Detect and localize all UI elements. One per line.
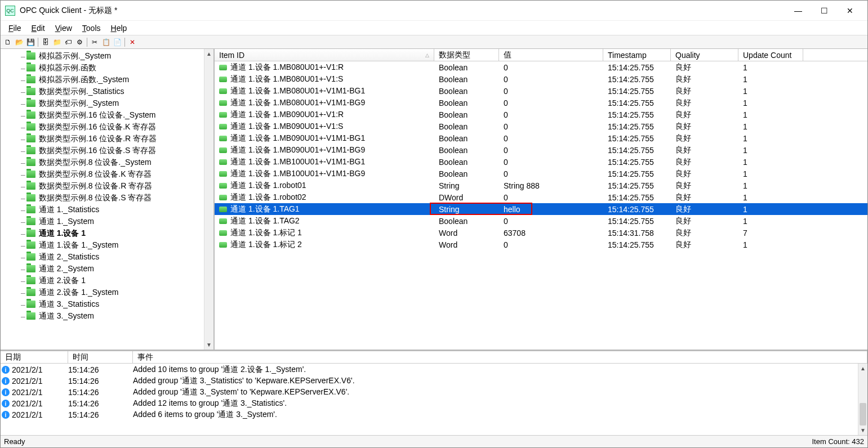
log-row[interactable]: i2021/2/115:14:26Added 10 items to group… xyxy=(1,364,858,375)
tree-item[interactable]: –模拟器示例.函数 xyxy=(4,62,204,74)
folder-icon xyxy=(26,76,35,83)
tree-item[interactable]: –数据类型示例.16 位设备.R 寄存器 xyxy=(4,133,204,145)
menu-file[interactable]: File xyxy=(4,22,26,34)
col-header-quality[interactable]: Quality xyxy=(671,49,738,61)
col-header-update-count[interactable]: Update Count xyxy=(738,49,803,61)
cell-value: 0 xyxy=(499,169,603,178)
tree-item[interactable]: –通道 3._Statistics xyxy=(4,298,204,310)
log-col-event[interactable]: 事件 xyxy=(133,351,867,363)
tree-item[interactable]: –数据类型示例.8 位设备.S 寄存器 xyxy=(4,192,204,204)
save-file-icon[interactable]: 💾 xyxy=(25,37,35,47)
titlebar[interactable]: QC OPC Quick Client - 无标题 * — ☐ ✕ xyxy=(1,1,867,21)
grid-row[interactable]: 通道 1.设备 1.robot01StringString 88815:14:2… xyxy=(215,180,867,191)
tree-item[interactable]: –通道 1._Statistics xyxy=(4,204,204,216)
tree-item[interactable]: –通道 2._Statistics xyxy=(4,251,204,263)
tree-item[interactable]: –通道 1.设备 1 xyxy=(4,227,204,239)
col-header-timestamp[interactable]: Timestamp xyxy=(603,49,671,61)
col-header-data-type[interactable]: 数据类型 xyxy=(434,49,499,61)
tree-item[interactable]: –通道 2.设备 1._System xyxy=(4,286,204,298)
tree-connector-icon: – xyxy=(21,265,25,274)
minimize-button[interactable]: — xyxy=(785,2,811,19)
tree-connector-icon: – xyxy=(21,146,25,155)
grid-row[interactable]: 通道 1.设备 1.robot02DWord015:14:25.755良好1 xyxy=(215,191,867,203)
toolbar-separator xyxy=(124,38,125,47)
col-header-item-id[interactable]: Item ID△ xyxy=(215,49,434,61)
cut-icon[interactable]: ✂ xyxy=(90,37,100,47)
grid-row[interactable]: 通道 1.设备 1.MB090U01+-V1:SBoolean015:14:25… xyxy=(215,120,867,132)
copy-icon[interactable]: 📋 xyxy=(101,37,111,47)
grid-row[interactable]: 通道 1.设备 1.TAG2Boolean015:14:25.755良好1 xyxy=(215,215,867,227)
grid-row[interactable]: 通道 1.设备 1.MB100U01+-V1M1-BG9Boolean015:1… xyxy=(215,168,867,180)
log-header: 日期 时间 事件 xyxy=(1,351,867,364)
scroll-track[interactable] xyxy=(858,373,867,425)
tree-item[interactable]: –通道 2.设备 1 xyxy=(4,275,204,286)
properties-icon[interactable]: ⚙ xyxy=(74,37,84,47)
tree-item[interactable]: –通道 2._System xyxy=(4,263,204,275)
scroll-down-icon[interactable]: ▼ xyxy=(858,425,867,435)
tree-scrollbar[interactable]: ▲ ▼ xyxy=(204,49,213,350)
menu-view[interactable]: View xyxy=(51,22,77,34)
maximize-button[interactable]: ☐ xyxy=(811,2,837,19)
grid-row[interactable]: 通道 1.设备 1.MB080U01+-V1M1-BG9Boolean015:1… xyxy=(215,97,867,109)
scroll-track[interactable] xyxy=(204,59,213,340)
tag-icon xyxy=(219,183,227,189)
info-icon: i xyxy=(2,377,10,385)
menu-help[interactable]: Help xyxy=(106,22,132,34)
tree-item[interactable]: –数据类型示例._System xyxy=(4,97,204,109)
cell-data-type: Boolean xyxy=(434,75,499,84)
tree-item[interactable]: –数据类型示例.16 位设备._System xyxy=(4,109,204,121)
log-row[interactable]: i2021/2/115:14:26Added 6 items to group … xyxy=(1,409,858,420)
tree-item[interactable]: –通道 3._System xyxy=(4,310,204,322)
scroll-up-icon[interactable]: ▲ xyxy=(204,49,213,59)
log-col-date[interactable]: 日期 xyxy=(1,351,68,363)
grid-row[interactable]: 通道 1.设备 1.MB090U01+-V1M1-BG1Boolean015:1… xyxy=(215,132,867,144)
cell-value: 0 xyxy=(499,158,603,167)
log-col-time[interactable]: 时间 xyxy=(68,351,133,363)
log-cell-event: Added 12 items to group '通道 3._Statistic… xyxy=(133,398,858,409)
tree-item[interactable]: –数据类型示例.16 位设备.K 寄存器 xyxy=(4,121,204,133)
tree-item[interactable]: –数据类型示例.8 位设备.R 寄存器 xyxy=(4,180,204,192)
log-body[interactable]: i2021/2/115:14:26Added 10 items to group… xyxy=(1,364,858,435)
grid-row[interactable]: 通道 1.设备 1.MB100U01+-V1M1-BG1Boolean015:1… xyxy=(215,156,867,168)
tree-item[interactable]: –模拟器示例._System xyxy=(4,50,204,62)
col-header-value[interactable]: 值 xyxy=(499,49,603,61)
tree-view[interactable]: –模拟器示例._System–模拟器示例.函数–模拟器示例.函数._System… xyxy=(1,49,204,350)
log-row[interactable]: i2021/2/115:14:26Added group '通道 3._Syst… xyxy=(1,387,858,398)
log-row[interactable]: i2021/2/115:14:26Added group '通道 3._Stat… xyxy=(1,375,858,387)
tree-connector-icon: – xyxy=(21,300,25,309)
grid-row[interactable]: 通道 1.设备 1.MB080U01+-V1M1-BG1Boolean015:1… xyxy=(215,85,867,97)
new-item-icon[interactable]: 🏷 xyxy=(63,37,73,47)
menu-tools[interactable]: Tools xyxy=(78,22,105,34)
tree-item-label: 模拟器示例.函数._System xyxy=(39,75,129,85)
grid-row[interactable]: 通道 1.设备 1.MB080U01+-V1:SBoolean015:14:25… xyxy=(215,73,867,85)
tree-item[interactable]: –通道 1._System xyxy=(4,216,204,227)
tree-item[interactable]: –模拟器示例.函数._System xyxy=(4,74,204,86)
scroll-up-icon[interactable]: ▲ xyxy=(858,364,867,373)
paste-icon[interactable]: 📄 xyxy=(112,37,122,47)
tree-item[interactable]: –通道 1.设备 1._System xyxy=(4,239,204,251)
window-title: OPC Quick Client - 无标题 * xyxy=(20,6,785,16)
tree-item[interactable]: –数据类型示例._Statistics xyxy=(4,86,204,97)
grid-row[interactable]: 通道 1.设备 1.MB090U01+-V1M1-BG9Boolean015:1… xyxy=(215,144,867,156)
grid-row[interactable]: 通道 1.设备 1.MB090U01+-V1:RBoolean015:14:25… xyxy=(215,109,867,120)
folder-icon xyxy=(26,218,35,225)
new-file-icon[interactable]: 🗋 xyxy=(3,37,13,47)
menu-edit[interactable]: Edit xyxy=(27,22,50,34)
grid-row[interactable]: 通道 1.设备 1.标记 1Word6370815:14:31.758良好7 xyxy=(215,227,867,239)
grid-row[interactable]: 通道 1.设备 1.TAG1Stringhello15:14:25.755良好1 xyxy=(215,203,867,215)
tree-item[interactable]: –数据类型示例.16 位设备.S 寄存器 xyxy=(4,145,204,156)
grid-body[interactable]: 通道 1.设备 1.MB080U01+-V1:RBoolean015:14:25… xyxy=(215,61,867,350)
log-row[interactable]: i2021/2/115:14:26Added 12 items to group… xyxy=(1,398,858,409)
scroll-down-icon[interactable]: ▼ xyxy=(204,340,213,350)
open-file-icon[interactable]: 📂 xyxy=(14,37,24,47)
grid-row[interactable]: 通道 1.设备 1.MB080U01+-V1:RBoolean015:14:25… xyxy=(215,61,867,73)
new-group-icon[interactable]: 📁 xyxy=(52,37,62,47)
delete-icon[interactable]: ✕ xyxy=(127,37,137,47)
tree-item[interactable]: –数据类型示例.8 位设备._System xyxy=(4,156,204,168)
tree-item[interactable]: –数据类型示例.8 位设备.K 寄存器 xyxy=(4,168,204,180)
new-server-icon[interactable]: 🗄 xyxy=(41,37,51,47)
close-button[interactable]: ✕ xyxy=(837,2,863,19)
scroll-thumb[interactable] xyxy=(860,403,866,425)
grid-row[interactable]: 通道 1.设备 1.标记 2Word015:14:25.755良好1 xyxy=(215,239,867,250)
log-scrollbar[interactable]: ▲ ▼ xyxy=(858,364,867,435)
